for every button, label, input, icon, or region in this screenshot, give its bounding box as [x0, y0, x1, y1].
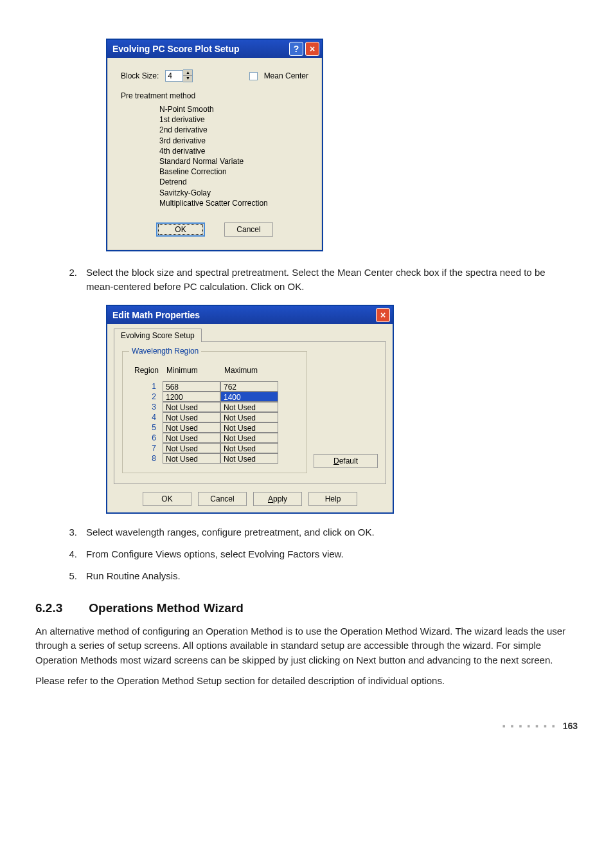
spin-up-icon[interactable]: ▲ [183, 70, 192, 76]
step-text: From Configure Views options, select Evo… [86, 547, 578, 561]
fieldset-legend: Wavelength Region [129, 347, 201, 356]
step-text: Run Routine Analysis. [86, 569, 578, 583]
dialog-titlebar: Evolving PC Score Plot Setup ? × [107, 40, 322, 58]
minimum-cell[interactable]: 1200 [163, 392, 220, 402]
pretreatment-list[interactable]: N-Point Smooth 1st derivative 2nd deriva… [121, 104, 308, 208]
minimum-cell[interactable]: Not Used [163, 422, 220, 433]
maximum-cell[interactable]: 762 [220, 381, 278, 392]
list-item[interactable]: Multiplicative Scatter Correction [159, 198, 308, 208]
col-maximum: Maximum [220, 363, 278, 377]
page-number: 163 [563, 721, 578, 731]
minimum-cell[interactable]: 568 [163, 381, 220, 392]
help-button[interactable]: Help [308, 492, 357, 506]
maximum-cell[interactable]: Not Used [220, 453, 278, 464]
ok-button[interactable]: OK [143, 492, 191, 506]
page-footer: ▪ ▪ ▪ ▪ ▪ ▪ ▪ 163 [35, 721, 578, 731]
section-number: 6.2.3 [35, 601, 85, 615]
paragraph: Please refer to the Operation Method Set… [35, 674, 578, 689]
apply-button[interactable]: Apply [253, 492, 302, 506]
row-number: 6 [130, 433, 163, 443]
list-item[interactable]: Savitzky-Golay [159, 188, 308, 198]
minimum-cell[interactable]: Not Used [163, 402, 220, 412]
cancel-button[interactable]: Cancel [198, 492, 247, 506]
default-button[interactable]: Default [314, 454, 378, 468]
row-number: 3 [130, 402, 163, 412]
wavelength-region-group: Wavelength Region Region Minimum Maximum… [122, 351, 307, 473]
row-number: 7 [130, 443, 163, 453]
list-item[interactable]: N-Point Smooth [159, 104, 308, 114]
maximum-cell[interactable]: Not Used [220, 412, 278, 422]
dialog-title: Edit Math Properties [112, 310, 200, 320]
minimum-cell[interactable]: Not Used [163, 412, 220, 422]
cancel-button[interactable]: Cancel [224, 222, 273, 237]
footer-dots-icon: ▪ ▪ ▪ ▪ ▪ ▪ ▪ [502, 721, 556, 731]
col-region: Region [130, 363, 163, 377]
col-minimum: Minimum [163, 363, 220, 377]
list-item[interactable]: 3rd derivative [159, 136, 308, 146]
maximum-cell[interactable]: Not Used [220, 422, 278, 433]
list-item[interactable]: Standard Normal Variate [159, 156, 308, 167]
list-item[interactable]: 4th derivative [159, 146, 308, 156]
section-heading: 6.2.3 Operations Method Wizard [35, 601, 578, 615]
row-number: 4 [130, 412, 163, 422]
dialog-titlebar: Edit Math Properties × [107, 306, 393, 324]
list-number: 2. [57, 266, 86, 294]
list-item[interactable]: Baseline Correction [159, 167, 308, 177]
list-number: 4. [57, 547, 86, 561]
close-icon[interactable]: × [305, 42, 319, 56]
dialog-title: Evolving PC Score Plot Setup [112, 44, 240, 54]
list-item[interactable]: 1st derivative [159, 114, 308, 125]
list-number: 5. [57, 569, 86, 583]
maximum-cell[interactable]: 1400 [220, 392, 278, 402]
mean-center-checkbox[interactable] [249, 72, 258, 80]
list-item[interactable]: Detrend [159, 177, 308, 187]
help-icon[interactable]: ? [289, 42, 303, 56]
block-size-label: Block Size: [121, 71, 159, 80]
step-text: Select wavelength ranges, configure pret… [86, 525, 578, 539]
close-icon[interactable]: × [376, 308, 390, 322]
list-number: 3. [57, 525, 86, 539]
minimum-cell[interactable]: Not Used [163, 453, 220, 464]
row-number: 5 [130, 422, 163, 433]
row-number: 1 [130, 381, 163, 392]
mean-center-label: Mean Center [264, 71, 308, 80]
tab-evolving-score-setup[interactable]: Evolving Score Setup [114, 329, 202, 342]
block-size-input[interactable] [165, 70, 183, 82]
maximum-cell[interactable]: Not Used [220, 433, 278, 443]
pretreatment-label: Pre treatment method [121, 91, 308, 100]
ok-button[interactable]: OK [156, 222, 205, 237]
row-number: 2 [130, 392, 163, 402]
minimum-cell[interactable]: Not Used [163, 443, 220, 453]
section-title: Operations Method Wizard [89, 601, 244, 615]
spin-down-icon[interactable]: ▼ [183, 76, 192, 82]
row-number: 8 [130, 453, 163, 464]
maximum-cell[interactable]: Not Used [220, 402, 278, 412]
maximum-cell[interactable]: Not Used [220, 443, 278, 453]
step-text: Select the block size and spectral pretr… [86, 266, 578, 294]
block-size-spinner[interactable]: ▲ ▼ [165, 69, 193, 82]
list-item[interactable]: 2nd derivative [159, 125, 308, 135]
evolving-pc-score-plot-setup-dialog: Evolving PC Score Plot Setup ? × Block S… [106, 39, 323, 251]
minimum-cell[interactable]: Not Used [163, 433, 220, 443]
paragraph: An alternative method of configuring an … [35, 624, 578, 668]
edit-math-properties-dialog: Edit Math Properties × Evolving Score Se… [106, 305, 394, 514]
